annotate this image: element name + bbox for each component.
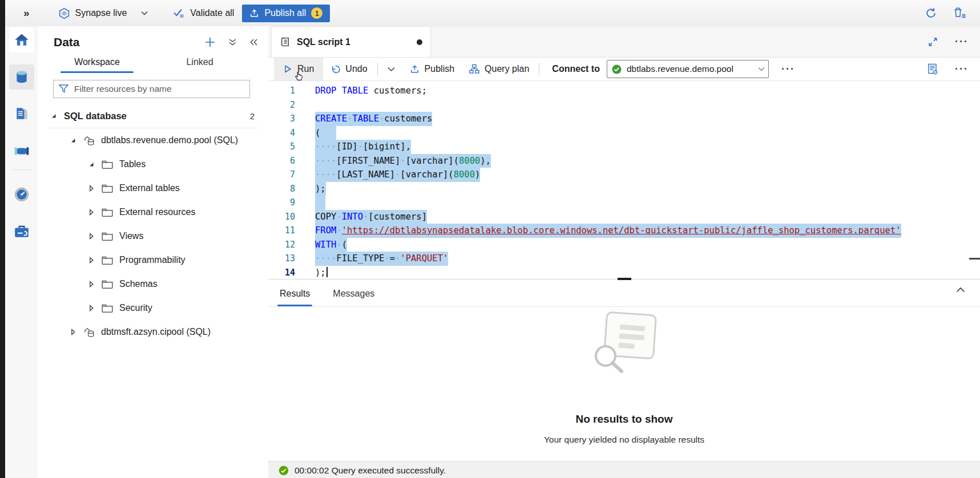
toolbar-overflow-icon[interactable]: ··· (781, 66, 795, 72)
chevron-collapsed-icon[interactable] (88, 257, 96, 264)
tab-results[interactable]: Results (273, 289, 317, 306)
chevron-collapsed-icon[interactable] (88, 209, 96, 216)
line-number: 9 (268, 196, 295, 210)
tree-item-dbtlabs-revenue-demo-pool-sql[interactable]: dbtlabs.revenue.demo.pool (SQL) (38, 128, 268, 152)
synapse-logo-icon (58, 7, 70, 19)
chevron-collapsed-icon[interactable] (88, 305, 96, 311)
publish-button[interactable]: Publish (402, 58, 462, 80)
code-line-6[interactable]: 6····[FIRST_NAME]·[varchar](8000), (268, 154, 980, 168)
code-line-4[interactable]: 4( (268, 126, 980, 140)
connection-dropdown[interactable]: dbtlabs.revenue.demo.pool (607, 60, 769, 78)
code-lines: 1DROP TABLE customers;23CREATE·TABLE·cus… (268, 81, 980, 279)
line-number: 2 (268, 98, 295, 112)
discard-all-icon[interactable] (953, 7, 966, 19)
tree-item-sql-database[interactable]: SQL database2 (38, 104, 268, 128)
document-title: SQL script 1 (297, 37, 350, 47)
main-pane: SQL script 1 ··· Run (268, 26, 980, 478)
code-line-8[interactable]: 8); (268, 182, 980, 196)
validate-all-button[interactable]: Validate all (173, 8, 234, 18)
publish-all-button[interactable]: Publish all 1 (242, 5, 330, 22)
nav-integrate-icon[interactable] (9, 139, 34, 164)
tab-workspace[interactable]: Workspace (46, 57, 148, 73)
tree-item-external-tables[interactable]: External tables (38, 176, 268, 200)
topbar-right-actions (925, 7, 966, 19)
run-button[interactable]: Run (274, 58, 323, 80)
editor-toolbar: Run Undo Publish (268, 58, 980, 81)
nav-manage-icon[interactable] (9, 219, 34, 244)
tree-item-label: Schemas (119, 279, 158, 289)
publish-icon (249, 9, 259, 18)
add-resource-icon[interactable] (204, 37, 216, 48)
tree-item-count: 2 (250, 111, 255, 121)
tree-item-label: Programmability (119, 255, 185, 265)
line-number: 7 (268, 168, 295, 182)
properties-icon[interactable] (926, 63, 939, 75)
line-content: ); (295, 266, 328, 279)
code-line-9[interactable]: 9 (268, 196, 980, 210)
code-line-7[interactable]: 7····[LAST_NAME]·[varchar](8000) (268, 168, 980, 182)
tab-messages[interactable]: Messages (326, 289, 381, 306)
connect-to-label: Connect to (542, 64, 607, 74)
folder-icon (102, 303, 115, 313)
rail-divider (13, 169, 31, 170)
resize-handle[interactable] (618, 278, 631, 280)
publish-upload-icon (410, 64, 420, 74)
query-plan-button[interactable]: Query plan (462, 58, 537, 80)
tree-item-tables[interactable]: Tables (38, 152, 268, 176)
toolbar-divider (539, 63, 539, 75)
code-line-13[interactable]: 13····FILE_TYPE·=·'PARQUET' (268, 252, 980, 266)
chevron-collapsed-icon[interactable] (88, 185, 96, 192)
nav-data-icon[interactable] (9, 64, 34, 90)
nav-home-icon[interactable] (9, 27, 34, 52)
expand-editor-icon[interactable] (928, 37, 938, 47)
results-panel: Results Messages No results to show Your… (268, 279, 980, 461)
code-line-3[interactable]: 3CREATE·TABLE·customers (268, 112, 980, 126)
undo-menu-chevron[interactable] (380, 58, 402, 80)
tree-item-views[interactable]: Views (38, 224, 268, 248)
collapse-results-icon[interactable] (956, 287, 965, 293)
chevron-collapsed-icon[interactable] (70, 329, 78, 335)
chevron-collapsed-icon[interactable] (88, 233, 96, 240)
tab-linked[interactable]: Linked (148, 57, 251, 73)
tab-overflow-icon[interactable]: ··· (955, 39, 969, 44)
tree-item-external-resources[interactable]: External resources (38, 200, 268, 224)
toolbar-more-icon[interactable]: ··· (955, 66, 969, 72)
chevron-collapsed-icon[interactable] (88, 281, 96, 287)
line-content: DROP TABLE customers; (295, 84, 427, 98)
tree-item-programmability[interactable]: Programmability (38, 248, 268, 272)
sidebar-tabs: Workspace Linked (38, 57, 268, 73)
collapse-all-icon[interactable] (228, 38, 237, 46)
refresh-icon[interactable] (925, 7, 937, 19)
chevron-expanded-icon[interactable] (50, 112, 59, 119)
code-line-10[interactable]: 10COPY·INTO·[customers] (268, 210, 980, 224)
tree-item-schemas[interactable]: Schemas (38, 272, 268, 296)
collapse-panel-icon[interactable] (249, 38, 258, 46)
text-cursor (326, 267, 328, 277)
tab-sql-script-1[interactable]: SQL script 1 (271, 26, 431, 57)
tree-item-security[interactable]: Security (38, 296, 268, 320)
code-line-12[interactable]: 12WITH·( (268, 238, 980, 252)
undo-button[interactable]: Undo (323, 58, 374, 80)
sql-script-icon (280, 37, 291, 47)
line-number: 3 (268, 112, 295, 126)
nav-monitor-icon[interactable] (9, 182, 34, 207)
nav-develop-icon[interactable] (9, 102, 34, 127)
line-content (295, 98, 315, 112)
code-line-11[interactable]: 11FROM·'https://dbtlabsynapsedatalake.bl… (268, 224, 980, 238)
code-line-1[interactable]: 1DROP TABLE customers; (268, 84, 980, 98)
filter-input[interactable] (53, 80, 250, 98)
line-content: ····[ID]·[bigint], (295, 140, 411, 154)
code-line-2[interactable]: 2 (268, 98, 980, 112)
tree-item-dbtmsft-azsyn-cipool-sql[interactable]: dbtmsft.azsyn.cipool (SQL) (38, 320, 268, 344)
scrollbar-decoration[interactable] (969, 258, 980, 260)
sql-editor[interactable]: 1DROP TABLE customers;23CREATE·TABLE·cus… (268, 81, 980, 279)
empty-results-subtitle: Your query yielded no displayable result… (544, 435, 704, 445)
chevron-expanded-icon[interactable] (70, 137, 78, 144)
code-line-14[interactable]: 14); (268, 266, 980, 279)
expand-panel-icon[interactable]: » (23, 7, 30, 19)
synapse-live-selector[interactable]: Synapse live (58, 7, 148, 19)
chevron-down-icon (758, 67, 765, 71)
chevron-expanded-icon[interactable] (88, 161, 96, 168)
code-line-5[interactable]: 5····[ID]·[bigint], (268, 140, 980, 154)
line-content: FROM·'https://dbtlabsynapsedatalake.blob… (295, 224, 901, 238)
